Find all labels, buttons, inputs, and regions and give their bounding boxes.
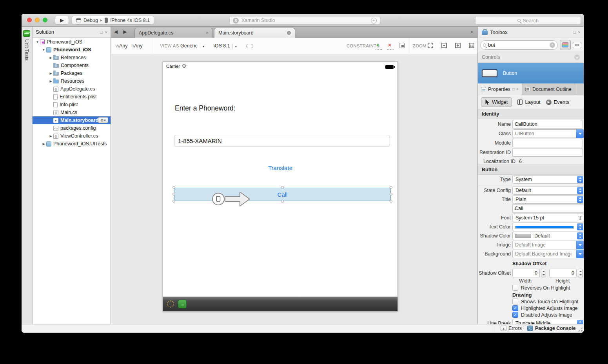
toolbox-search-input[interactable]: but × — [480, 40, 558, 50]
image-combo[interactable] — [512, 241, 584, 249]
run-button[interactable]: ▶ — [55, 16, 69, 25]
resize-handle[interactable] — [390, 186, 392, 189]
exit-segue-icon[interactable]: → — [178, 300, 187, 308]
resize-handle[interactable] — [281, 186, 284, 189]
expander-icon[interactable]: ▶ — [48, 56, 53, 60]
title-text-input[interactable] — [512, 204, 584, 213]
phoneword-text-field[interactable] — [174, 135, 390, 147]
pad-close-icon[interactable]: × — [578, 30, 581, 34]
background-combo[interactable] — [512, 250, 584, 258]
tab-mainstoryboard[interactable]: Main.storyboard — [214, 28, 295, 38]
tree-item-entitlements[interactable]: Entitlements.plist — [33, 93, 111, 101]
state-config-select[interactable]: Default — [512, 186, 584, 195]
tab-properties[interactable]: Properties □× — [478, 83, 522, 95]
tree-item-resources[interactable]: ▶ Resources — [33, 77, 111, 85]
tab-appdelegate[interactable]: AppDelegate.cs × — [134, 28, 213, 38]
resize-grip[interactable] — [577, 326, 583, 332]
name-input[interactable] — [512, 120, 583, 129]
toolbox-view-categories-button[interactable] — [560, 40, 571, 50]
zoom-window-button[interactable] — [43, 18, 47, 22]
stepper-icon[interactable] — [577, 223, 583, 230]
status-action-icon[interactable]: + — [371, 18, 377, 24]
tree-item-packagesconfig[interactable]: <> packages.config — [33, 124, 111, 132]
minimize-window-button[interactable] — [35, 18, 40, 22]
viewcontroller-design-surface[interactable]: Carrier Enter a Phoneword: Translate Cal… — [163, 62, 398, 311]
tree-item-infoplist[interactable]: Info.plist — [33, 101, 111, 109]
translate-button[interactable]: Translate — [163, 165, 397, 171]
pad-close-icon[interactable]: × — [516, 87, 519, 91]
tree-item-uitests[interactable]: ▶ Phoneword_iOS.UITests — [33, 140, 111, 148]
tree-item-packages[interactable]: ▶ ⚙ Packages — [33, 69, 111, 77]
close-tab-icon[interactable]: × — [206, 30, 209, 36]
resize-handle[interactable] — [281, 200, 284, 203]
item-options-button[interactable]: ⚙▾ — [98, 117, 108, 123]
stepper-icon[interactable] — [577, 187, 583, 194]
disabled-adjusts-checkbox[interactable]: ✓ — [512, 312, 518, 318]
mode-events-button[interactable]: ▶ Events — [546, 99, 570, 105]
type-select[interactable]: System — [512, 175, 584, 184]
package-console-button[interactable]: ›_ Package Console — [527, 326, 576, 331]
size-class-selector[interactable]: wAny hAny — [116, 43, 143, 49]
tree-item-solution[interactable]: ▼ Phoneword_iOS — [33, 38, 111, 46]
zoom-actual-size-icon[interactable]: 1:1 — [469, 43, 474, 48]
reverses-on-highlight-checkbox[interactable] — [512, 285, 518, 291]
resize-handle[interactable] — [390, 200, 392, 203]
class-combo[interactable] — [512, 129, 584, 138]
viewcontroller-dock-icon[interactable] — [166, 300, 175, 308]
shadow-offset-width-input[interactable] — [512, 269, 540, 277]
shows-touch-checkbox[interactable] — [512, 299, 518, 304]
orientation-toggle[interactable] — [246, 44, 253, 48]
expander-icon[interactable]: ▼ — [41, 48, 46, 52]
height-stepper-icon[interactable] — [578, 269, 583, 277]
width-stepper-icon[interactable] — [541, 269, 546, 277]
stepper-icon[interactable] — [577, 232, 583, 239]
stepper-icon[interactable] — [577, 196, 583, 203]
close-window-button[interactable] — [27, 18, 32, 22]
background-input[interactable] — [513, 251, 572, 257]
expander-icon[interactable]: ▶ — [41, 142, 46, 146]
unit-tests-tab[interactable]: Unit Tests — [24, 39, 29, 61]
update-frames-icon[interactable] — [399, 43, 405, 48]
image-dropdown-icon[interactable] — [576, 241, 584, 249]
view-as-device-dropdown[interactable]: Generic▾ — [180, 43, 204, 49]
expander-icon[interactable]: ▶ — [48, 134, 53, 138]
unit-tests-icon[interactable] — [23, 30, 30, 37]
tree-item-appdelegate[interactable]: {} AppDelegate.cs — [33, 85, 111, 93]
expander-icon[interactable]: ▼ — [35, 40, 40, 44]
pad-minimize-icon[interactable]: □ — [512, 87, 515, 91]
toolbox-view-compact-button[interactable] — [573, 42, 581, 48]
call-button[interactable]: Call — [174, 188, 391, 201]
class-dropdown-icon[interactable] — [576, 129, 584, 138]
tree-item-maincs[interactable]: {} Main.cs — [33, 109, 111, 116]
tab-overflow-icon[interactable]: ▾ — [471, 30, 473, 34]
mode-widget-button[interactable]: Widget — [481, 97, 512, 107]
toolbox-section-controls[interactable]: Controls ▲ — [478, 52, 584, 63]
image-input[interactable] — [513, 242, 572, 248]
nav-forward-icon[interactable]: ▶ — [123, 29, 132, 34]
shadow-offset-height-input[interactable] — [549, 269, 577, 277]
errors-button[interactable]: ▲ Errors — [501, 326, 522, 331]
tree-item-references[interactable]: ▶ ⚙ References — [33, 54, 111, 62]
toolbox-item-button[interactable]: Button — [478, 63, 584, 83]
tree-item-mainstoryboard[interactable]: ▸ Main.storyboard ⚙▾ — [33, 116, 111, 124]
background-dropdown-icon[interactable] — [576, 250, 584, 258]
pad-minimize-icon[interactable]: □ — [100, 30, 103, 34]
phoneword-prompt-label[interactable]: Enter a Phoneword: — [175, 104, 236, 112]
text-color-select[interactable] — [512, 223, 584, 231]
tree-item-project[interactable]: ▼ Phoneword_iOS — [33, 46, 111, 54]
tree-item-components[interactable]: ⚙ Components — [33, 62, 111, 69]
resize-handle[interactable] — [172, 186, 175, 189]
entry-point-arrow[interactable] — [211, 189, 251, 209]
add-constraint-icon[interactable]: + — [376, 42, 379, 48]
zoom-fit-icon[interactable] — [428, 43, 433, 48]
global-search-input[interactable]: Search — [475, 16, 581, 25]
pad-close-icon[interactable]: × — [105, 30, 107, 34]
stepper-icon[interactable] — [577, 176, 583, 183]
collapse-section-icon[interactable]: ▲ — [574, 54, 580, 60]
pad-minimize-icon[interactable]: □ — [573, 30, 576, 34]
resize-handle[interactable] — [172, 200, 175, 203]
zoom-in-icon[interactable] — [455, 43, 461, 48]
restoration-id-input[interactable] — [512, 148, 583, 157]
highlighted-adjusts-checkbox[interactable]: ✓ — [512, 305, 518, 311]
nav-back-icon[interactable]: ◀ — [114, 29, 123, 34]
